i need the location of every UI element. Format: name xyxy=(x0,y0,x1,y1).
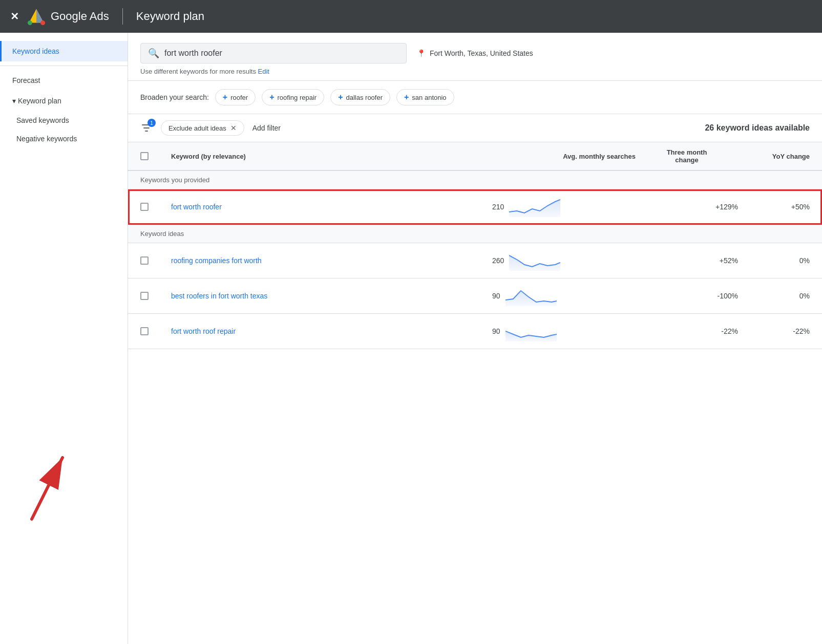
sparkline-icon xyxy=(509,197,560,217)
plus-icon: + xyxy=(269,93,274,102)
row-searches: 260 xyxy=(492,250,636,271)
plus-icon: + xyxy=(223,93,227,102)
header-checkbox[interactable] xyxy=(140,152,149,160)
location-text: Fort Worth, Texas, United States xyxy=(430,49,533,57)
row-checkbox-input[interactable] xyxy=(140,203,149,211)
th-checkbox[interactable] xyxy=(140,152,171,160)
sidebar-item-negative-keywords[interactable]: Negative keywords xyxy=(0,130,128,148)
sparkline-icon xyxy=(509,250,560,271)
sidebar-item-saved-keywords[interactable]: Saved keywords xyxy=(0,111,128,130)
section-header-ideas: Keyword ideas xyxy=(128,225,822,243)
th-keyword: Keyword (by relevance) xyxy=(171,153,492,160)
sidebar-item-keyword-plan[interactable]: ▾ Keyword plan xyxy=(0,91,128,111)
table-header: Keyword (by relevance) Avg. monthly sear… xyxy=(128,142,822,171)
row-three-month-change: -22% xyxy=(636,327,738,335)
row-checkbox[interactable] xyxy=(140,292,171,300)
svg-point-2 xyxy=(28,20,32,25)
table-row-fort-worth-roofer[interactable]: fort worth roofer 210 +129 xyxy=(128,189,822,225)
row-keyword-text[interactable]: fort worth roofer xyxy=(171,203,492,211)
remove-filter-icon[interactable]: ✕ xyxy=(230,124,237,132)
svg-point-3 xyxy=(40,20,45,25)
edit-link[interactable]: Edit xyxy=(258,68,269,75)
exclude-adult-chip[interactable]: Exclude adult ideas ✕ xyxy=(161,120,244,136)
row-three-month-change: -100% xyxy=(636,292,738,300)
sidebar-divider xyxy=(0,66,128,66)
filter-area: 1 Exclude adult ideas ✕ Add filter 26 ke… xyxy=(128,114,822,142)
broaden-chip-san-antonio[interactable]: + san antonio xyxy=(396,89,454,105)
main-layout: Keyword ideas Forecast ▾ Keyword plan Sa… xyxy=(0,33,822,644)
row-keyword-text[interactable]: roofing companies fort worth xyxy=(171,256,492,265)
search-input[interactable] xyxy=(164,49,399,58)
row-checkbox-input[interactable] xyxy=(140,256,149,265)
main-content: 🔍 📍 Fort Worth, Texas, United States Use… xyxy=(128,33,822,644)
broaden-chip-dallas-roofer[interactable]: + dallas roofer xyxy=(330,89,390,105)
app-header: ✕ Google Ads Keyword plan xyxy=(0,0,822,33)
table-row-roofing-companies-fw[interactable]: roofing companies fort worth 260 xyxy=(128,243,822,278)
location-info: 📍 Fort Worth, Texas, United States xyxy=(417,49,533,57)
sidebar-item-forecast[interactable]: Forecast xyxy=(0,70,128,91)
search-row: 🔍 📍 Fort Worth, Texas, United States xyxy=(140,43,810,63)
row-three-month-change: +129% xyxy=(636,203,738,211)
row-searches: 90 xyxy=(492,286,636,306)
row-checkbox-input[interactable] xyxy=(140,327,149,335)
section-header-provided: Keywords you provided xyxy=(128,171,822,189)
row-yoy-change: +50% xyxy=(738,203,810,211)
app-name-label: Google Ads xyxy=(51,10,109,23)
row-three-month-change: +52% xyxy=(636,256,738,265)
row-checkbox-input[interactable] xyxy=(140,292,149,300)
location-icon: 📍 xyxy=(417,49,426,57)
row-searches: 210 xyxy=(492,197,636,217)
search-area: 🔍 📍 Fort Worth, Texas, United States Use… xyxy=(128,33,822,81)
sparkline-icon xyxy=(505,321,557,341)
sparkline-icon xyxy=(505,286,557,306)
sidebar-item-keyword-ideas[interactable]: Keyword ideas xyxy=(0,41,128,61)
row-searches: 90 xyxy=(492,321,636,341)
table-row-best-roofers-fw[interactable]: best roofers in fort worth texas 90 xyxy=(128,278,822,314)
row-yoy-change: 0% xyxy=(738,256,810,265)
page-title: Keyword plan xyxy=(136,10,204,23)
plus-icon: + xyxy=(338,93,343,102)
plus-icon: + xyxy=(404,93,409,102)
row-yoy-change: -22% xyxy=(738,327,810,335)
hint-row: Use different keywords for more results … xyxy=(140,68,810,75)
broaden-chip-roofer[interactable]: + roofer xyxy=(215,89,256,105)
th-three-month: Three monthchange xyxy=(636,148,738,164)
filter-icon-wrapper[interactable]: 1 xyxy=(140,122,153,134)
broaden-label: Broaden your search: xyxy=(140,93,209,101)
add-filter-button[interactable]: Add filter xyxy=(252,124,281,132)
broaden-chip-roofing-repair[interactable]: + roofing repair xyxy=(262,89,324,105)
row-yoy-change: 0% xyxy=(738,292,810,300)
row-checkbox[interactable] xyxy=(140,327,171,335)
row-keyword-text[interactable]: best roofers in fort worth texas xyxy=(171,292,492,300)
close-button[interactable]: ✕ xyxy=(10,10,19,23)
table-row-fw-roof-repair[interactable]: fort worth roof repair 90 xyxy=(128,314,822,349)
logo-area: Google Ads xyxy=(27,7,109,26)
row-checkbox[interactable] xyxy=(140,256,171,265)
broaden-search-area: Broaden your search: + roofer + roofing … xyxy=(128,81,822,114)
search-box[interactable]: 🔍 xyxy=(140,43,407,63)
keyword-count: 26 keyword ideas available xyxy=(705,123,810,133)
th-avg-monthly: Avg. monthly searches xyxy=(492,153,636,160)
search-icon: 🔍 xyxy=(148,48,159,59)
row-checkbox[interactable] xyxy=(140,203,171,211)
row-keyword-text[interactable]: fort worth roof repair xyxy=(171,327,492,335)
filter-badge: 1 xyxy=(147,119,156,127)
header-divider xyxy=(122,8,123,25)
google-ads-logo-icon xyxy=(27,7,46,26)
th-yoy: YoY change xyxy=(738,153,810,160)
sidebar: Keyword ideas Forecast ▾ Keyword plan Sa… xyxy=(0,33,128,644)
